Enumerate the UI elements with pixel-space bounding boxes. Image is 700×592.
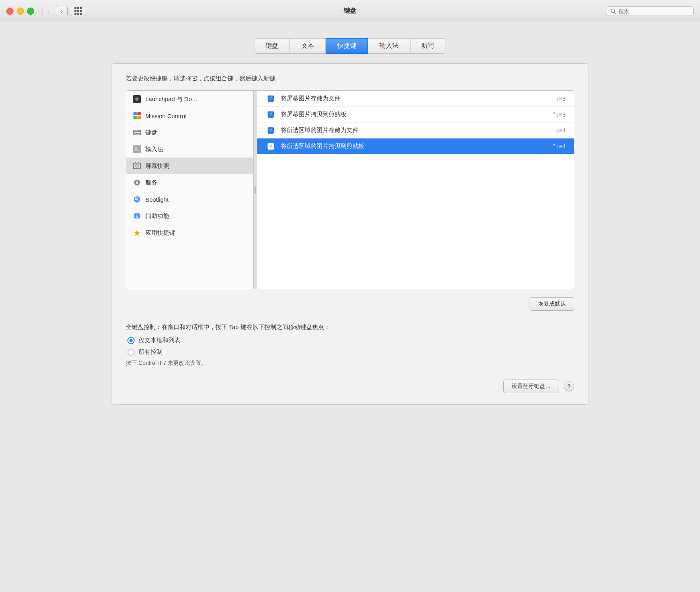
svg-point-22 (136, 165, 138, 167)
shortcut-row-save-region[interactable]: ✓ 将所选区域的图片存储为文件 ⇧⌘4 (257, 123, 574, 138)
checkbox-copy-region[interactable]: ✓ (268, 143, 274, 150)
search-input[interactable] (618, 8, 689, 14)
footer: 设置蓝牙键盘… ? (126, 380, 574, 393)
svg-rect-4 (133, 112, 137, 115)
tabs-row: 键盘 文本 快捷键 输入法 听写 (111, 38, 589, 54)
close-button[interactable] (6, 8, 14, 15)
sidebar-label-service: 服务 (145, 179, 157, 187)
svg-marker-34 (134, 230, 140, 236)
sidebar-label-launchpad: Launchpad 与 Do… (145, 95, 198, 103)
divider-dot (254, 186, 256, 194)
check-area-2: ✓ (265, 111, 277, 118)
radio-dot-text-only (129, 339, 133, 342)
shortcut-row-copy-region[interactable]: ✓ 将所选区域的图片拷贝到剪贴板 ^⇧⌘4 (257, 138, 574, 154)
help-button[interactable]: ? (564, 381, 574, 391)
sidebar-label-mission: Mission Control (145, 113, 186, 119)
checkmark-2: ✓ (269, 112, 273, 117)
divider-handle[interactable] (254, 91, 257, 289)
shortcut-key-4: ^⇧⌘4 (552, 143, 566, 150)
left-sidebar: Launchpad 与 Do… Mission Control (126, 91, 254, 289)
back-button[interactable]: ‹ (42, 6, 54, 16)
svg-rect-13 (139, 130, 139, 131)
search-icon (610, 8, 616, 14)
input-method-icon: A (133, 145, 141, 154)
sidebar-label-accessibility: 辅助功能 (145, 212, 169, 220)
shortcut-label-3: 将所选区域的图片存储为文件 (281, 127, 556, 134)
svg-rect-15 (135, 132, 137, 133)
checkbox-save-screenshot[interactable]: ✓ (268, 95, 274, 102)
svg-line-1 (614, 12, 616, 14)
svg-rect-11 (136, 130, 137, 131)
gear-icon (133, 178, 141, 187)
mission-control-icon (133, 111, 141, 120)
sidebar-item-screenshot[interactable]: 屏幕快照 (126, 158, 253, 174)
sidebar-label-spotlight: Spotlight (145, 196, 168, 203)
keyboard-icon (133, 128, 141, 137)
grid-icon (74, 7, 82, 15)
settings-panel: 若要更改快捷键，请选择它，点按组合键，然后键入新键。 Launchpad 与 D… (111, 63, 589, 405)
svg-text:A: A (135, 147, 138, 152)
hint-text: 若要更改快捷键，请选择它，点按组合键，然后键入新键。 (126, 75, 574, 82)
titlebar: ‹ › 键盘 (0, 0, 700, 22)
shortcut-row-copy-screenshot[interactable]: ✓ 将屏幕图片拷贝到剪贴板 ^⇧⌘3 (257, 107, 574, 123)
shortcut-key-3: ⇧⌘4 (556, 127, 566, 134)
checkmark-4: ✓ (269, 144, 273, 148)
checkbox-copy-screenshot[interactable]: ✓ (268, 111, 274, 118)
tab-jianpan[interactable]: 键盘 (254, 38, 290, 54)
radio-label-text-only: 仅文本框和列表 (139, 337, 180, 344)
restore-defaults-button[interactable]: 恢复成默认 (530, 297, 574, 311)
checkbox-save-region[interactable]: ✓ (268, 127, 274, 134)
tab-shurufang[interactable]: 输入法 (368, 38, 410, 54)
tab-tingxie[interactable]: 听写 (410, 38, 446, 54)
search-box[interactable] (606, 6, 694, 16)
check-area-3: ✓ (265, 127, 277, 134)
sidebar-item-launchpad[interactable]: Launchpad 与 Do… (126, 91, 253, 107)
sidebar-label-screenshot: 屏幕快照 (145, 162, 169, 170)
shortcut-row-save-screenshot[interactable]: ✓ 将屏幕图片存储为文件 ⇧⌘3 (257, 91, 574, 107)
checkmark-1: ✓ (269, 96, 273, 101)
sidebar-item-input[interactable]: A 输入法 (126, 141, 253, 158)
sidebar-label-input: 输入法 (145, 146, 163, 153)
right-content: ✓ 将屏幕图片存储为文件 ⇧⌘3 ✓ 将屏幕图片拷贝到剪贴板 ^⇧⌘3 (257, 91, 574, 289)
sidebar-item-service[interactable]: 服务 (126, 174, 253, 191)
main-content: 键盘 文本 快捷键 输入法 听写 若要更改快捷键，请选择它，点按组合键，然后键入… (111, 38, 589, 405)
radio-circle-text-only (127, 337, 135, 344)
sidebar-item-spotlight[interactable]: Spotlight (126, 191, 253, 208)
svg-rect-14 (134, 132, 135, 133)
fullscreen-button[interactable] (27, 8, 34, 15)
forward-button[interactable]: › (56, 6, 68, 16)
shortcut-label-4: 将所选区域的图片拷贝到剪贴板 (281, 142, 552, 150)
svg-rect-10 (135, 130, 136, 131)
svg-rect-21 (133, 163, 141, 169)
svg-rect-6 (133, 116, 137, 119)
minimize-button[interactable] (17, 8, 24, 15)
bottom-section: 恢复成默认 (126, 297, 574, 311)
keyboard-control-section: 全键盘控制：在窗口和对话框中，按下 Tab 键在以下控制之间移动键盘焦点： 仅文… (126, 323, 574, 367)
radio-label-all-controls: 所有控制 (139, 348, 162, 356)
svg-rect-7 (137, 116, 141, 119)
two-col-layout: Launchpad 与 Do… Mission Control (126, 90, 574, 289)
check-area-1: ✓ (265, 95, 277, 102)
radio-circle-all-controls (127, 349, 135, 356)
sidebar-item-accessibility[interactable]: 辅助功能 (126, 208, 253, 224)
radio-group: 仅文本框和列表 所有控制 (127, 337, 574, 356)
radio-option-text-only[interactable]: 仅文本框和列表 (127, 337, 574, 344)
shortcut-label-1: 将屏幕图片存储为文件 (281, 95, 556, 102)
tab-kuaijiejian[interactable]: 快捷键 (326, 38, 368, 54)
app-shortcuts-icon (133, 228, 141, 237)
tab-wenben[interactable]: 文本 (290, 38, 326, 54)
svg-rect-9 (134, 130, 135, 131)
svg-rect-18 (134, 134, 140, 134)
grid-button[interactable] (71, 6, 85, 16)
nav-buttons: ‹ › (42, 6, 68, 16)
sidebar-item-app-shortcuts[interactable]: 应用快捷键 (126, 224, 253, 241)
window-title: 键盘 (344, 7, 356, 15)
sidebar-item-keyboard[interactable]: 键盘 (126, 124, 253, 141)
svg-rect-12 (137, 130, 138, 131)
accessibility-icon (133, 212, 141, 220)
bluetooth-keyboard-button[interactable]: 设置蓝牙键盘… (503, 380, 559, 393)
radio-option-all-controls[interactable]: 所有控制 (127, 348, 574, 356)
sidebar-item-mission[interactable]: Mission Control (126, 107, 253, 124)
svg-rect-17 (138, 132, 140, 133)
launchpad-icon (133, 95, 141, 103)
